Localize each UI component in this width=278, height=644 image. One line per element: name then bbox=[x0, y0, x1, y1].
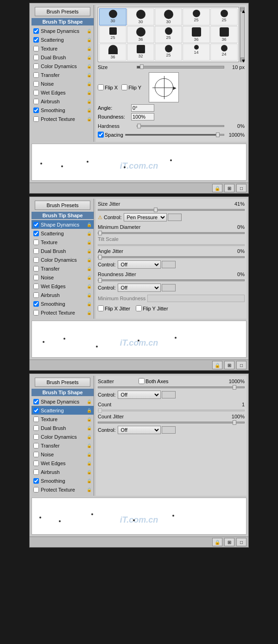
noise-checkbox-1[interactable] bbox=[33, 81, 39, 87]
scattering-checkbox-1[interactable] bbox=[33, 37, 39, 43]
control-select-3[interactable]: Off Pen Pressure Fade bbox=[118, 284, 161, 292]
sidebar-item-scattering-1[interactable]: Scattering 🔒 bbox=[32, 35, 94, 44]
transfer-checkbox-1[interactable] bbox=[33, 72, 39, 78]
size-jitter-slider[interactable] bbox=[98, 209, 245, 211]
flip-x-jitter-label[interactable]: Flip X Jitter bbox=[98, 305, 130, 311]
sidebar-item-scattering-3[interactable]: Scattering 🔒 bbox=[32, 406, 94, 415]
sidebar-item-transfer-2[interactable]: Transfer 🔒 bbox=[32, 264, 94, 273]
toolbar-btn-lock-3[interactable]: 🔒 bbox=[212, 538, 222, 546]
scattering-checkbox-2[interactable] bbox=[33, 231, 39, 236]
brush-cell-13[interactable]: 14 bbox=[183, 44, 210, 61]
shape-dynamics-checkbox-3[interactable] bbox=[33, 399, 39, 404]
brush-cell-14[interactable]: 24 bbox=[210, 44, 238, 61]
sidebar-item-color-dynamics-3[interactable]: Color Dynamics 🔒 bbox=[32, 432, 94, 441]
sidebar-item-airbrush-2[interactable]: Airbrush 🔒 bbox=[32, 290, 94, 299]
protect-texture-checkbox-2[interactable] bbox=[33, 310, 39, 316]
both-axes-label[interactable]: Both Axes bbox=[139, 378, 169, 384]
brush-cell-10[interactable]: 36 bbox=[99, 44, 126, 61]
wet-edges-checkbox-1[interactable] bbox=[33, 90, 39, 95]
angle-jitter-slider[interactable] bbox=[98, 256, 245, 258]
scroll-down[interactable]: ▼ bbox=[240, 57, 244, 61]
flip-x-jitter-checkbox[interactable] bbox=[98, 305, 104, 311]
spacing-slider-1[interactable] bbox=[125, 134, 224, 136]
sidebar-item-transfer-3[interactable]: Transfer 🔒 bbox=[32, 441, 94, 450]
count-jitter-slider[interactable] bbox=[98, 422, 245, 423]
brush-presets-button-3[interactable]: Brush Presets bbox=[35, 378, 90, 387]
brush-cell-5[interactable]: 25 bbox=[99, 26, 126, 43]
airbrush-checkbox-2[interactable] bbox=[33, 292, 39, 298]
spacing-checkbox-1[interactable] bbox=[98, 132, 104, 138]
sidebar-item-shape-dynamics-3[interactable]: Shape Dynamics 🔒 bbox=[32, 397, 94, 406]
flip-y-checkbox-1[interactable] bbox=[121, 84, 127, 90]
both-axes-checkbox[interactable] bbox=[139, 378, 145, 384]
sidebar-item-noise-3[interactable]: Noise 🔒 bbox=[32, 450, 94, 459]
size-slider-1[interactable] bbox=[137, 66, 224, 69]
toolbar-btn-new-3[interactable]: □ bbox=[236, 538, 246, 546]
brush-cell-11[interactable]: 32 bbox=[127, 44, 154, 61]
count-jitter-control-select[interactable]: Off Pen Pressure Fade bbox=[118, 426, 161, 434]
brush-cell-8[interactable]: 36 bbox=[183, 26, 210, 43]
noise-checkbox-2[interactable] bbox=[33, 275, 39, 280]
airbrush-checkbox-3[interactable] bbox=[33, 469, 39, 475]
roundness-input-1[interactable] bbox=[131, 113, 154, 120]
sidebar-item-color-dynamics-2[interactable]: Color Dynamics 🔒 bbox=[32, 255, 94, 264]
toolbar-btn-new-2[interactable]: □ bbox=[236, 361, 246, 369]
hardness-slider-1[interactable] bbox=[137, 125, 224, 127]
control-select-1[interactable]: Pen Pressure Off Fade Pen Tilt bbox=[124, 213, 167, 221]
transfer-checkbox-3[interactable] bbox=[33, 443, 39, 448]
roundness-jitter-slider[interactable] bbox=[98, 279, 245, 281]
sidebar-item-noise-1[interactable]: Noise 🔒 bbox=[32, 79, 94, 88]
sidebar-item-shape-dynamics-2[interactable]: Shape Dynamics 🔒 bbox=[32, 220, 94, 229]
brush-cell-4[interactable]: 25 bbox=[210, 8, 238, 25]
sidebar-item-dual-brush-3[interactable]: Dual Brush 🔒 bbox=[32, 423, 94, 432]
brush-cell-12[interactable]: 25 bbox=[155, 44, 182, 61]
noise-checkbox-3[interactable] bbox=[33, 452, 39, 457]
airbrush-checkbox-1[interactable] bbox=[33, 99, 39, 104]
texture-checkbox-2[interactable] bbox=[33, 240, 39, 245]
protect-texture-checkbox-3[interactable] bbox=[33, 487, 39, 492]
dual-brush-checkbox-3[interactable] bbox=[33, 425, 39, 431]
brush-cell-2[interactable]: 30 bbox=[155, 8, 182, 25]
sidebar-item-smoothing-2[interactable]: Smoothing 🔒 bbox=[32, 299, 94, 308]
dual-brush-checkbox-1[interactable] bbox=[33, 55, 39, 60]
control-select-2[interactable]: Off Pen Pressure Fade bbox=[118, 260, 161, 269]
sidebar-item-airbrush-1[interactable]: Airbrush 🔒 bbox=[32, 97, 94, 106]
texture-checkbox-3[interactable] bbox=[33, 417, 39, 422]
brush-presets-button-2[interactable]: Brush Presets bbox=[35, 201, 90, 210]
sidebar-item-dual-brush-1[interactable]: Dual Brush 🔒 bbox=[32, 53, 94, 62]
color-dynamics-checkbox-2[interactable] bbox=[33, 257, 39, 263]
texture-checkbox-1[interactable] bbox=[33, 46, 39, 51]
toolbar-btn-grid-1[interactable]: ⊞ bbox=[224, 184, 234, 192]
scattering-checkbox-3[interactable] bbox=[33, 408, 39, 413]
scroll-up[interactable]: ▲ bbox=[240, 8, 244, 12]
brush-cell-0[interactable]: 30 bbox=[99, 8, 126, 25]
sidebar-item-scattering-2[interactable]: Scattering 🔒 bbox=[32, 229, 94, 238]
toolbar-btn-lock-1[interactable]: 🔒 bbox=[212, 184, 222, 192]
sidebar-item-protect-texture-3[interactable]: Protect Texture 🔒 bbox=[32, 485, 94, 494]
toolbar-btn-grid-3[interactable]: ⊞ bbox=[224, 538, 234, 546]
transfer-checkbox-2[interactable] bbox=[33, 266, 39, 271]
sidebar-item-protect-texture-2[interactable]: Protect Texture 🔒 bbox=[32, 308, 94, 317]
brush-cell-6[interactable]: 36 bbox=[127, 26, 154, 43]
toolbar-btn-lock-2[interactable]: 🔒 bbox=[212, 361, 222, 369]
brush-cell-7[interactable]: 25 bbox=[155, 26, 182, 43]
wet-edges-checkbox-2[interactable] bbox=[33, 284, 39, 289]
sidebar-item-texture-1[interactable]: Texture 🔒 bbox=[32, 44, 94, 53]
spacing-checkbox-label-1[interactable]: Spacing bbox=[98, 132, 123, 138]
flip-y-jitter-label[interactable]: Flip Y Jitter bbox=[136, 305, 168, 311]
dual-brush-checkbox-2[interactable] bbox=[33, 248, 39, 254]
toolbar-btn-grid-2[interactable]: ⊞ bbox=[224, 361, 234, 369]
sidebar-item-transfer-1[interactable]: Transfer 🔒 bbox=[32, 70, 94, 79]
smoothing-checkbox-1[interactable] bbox=[33, 107, 39, 113]
flip-y-jitter-checkbox[interactable] bbox=[136, 305, 142, 311]
toolbar-btn-new-1[interactable]: □ bbox=[236, 184, 246, 192]
brush-cell-3[interactable]: 25 bbox=[183, 8, 210, 25]
sidebar-item-texture-3[interactable]: Texture 🔒 bbox=[32, 415, 94, 423]
sidebar-item-protect-texture-1[interactable]: Protect Texture 🔒 bbox=[32, 114, 94, 123]
wet-edges-checkbox-3[interactable] bbox=[33, 461, 39, 466]
scatter-control-select[interactable]: Off Pen Pressure Fade bbox=[118, 391, 161, 399]
sidebar-item-dual-brush-2[interactable]: Dual Brush 🔒 bbox=[32, 246, 94, 255]
color-dynamics-checkbox-1[interactable] bbox=[33, 63, 39, 69]
min-diameter-slider[interactable] bbox=[98, 232, 245, 234]
sidebar-item-color-dynamics-1[interactable]: Color Dynamics 🔒 bbox=[32, 62, 94, 70]
